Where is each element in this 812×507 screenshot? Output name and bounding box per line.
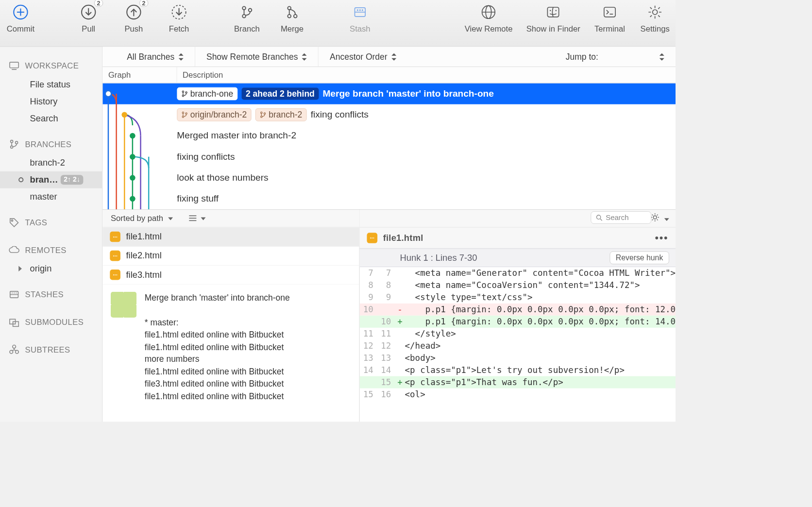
svg-point-68 (182, 112, 184, 113)
diff-options-button[interactable] (651, 213, 669, 223)
plus-circle-icon (12, 3, 30, 21)
diff-line[interactable]: 015+<p class="p1">That was fun.</p> (359, 376, 676, 389)
svg-line-75 (600, 219, 602, 220)
diff-line[interactable]: 1111 </style> (359, 328, 676, 340)
modified-file-icon: ··· (110, 251, 120, 261)
sidebar-section-submodules[interactable]: SUBMODULES (0, 312, 102, 332)
jump-to-dropdown[interactable]: Jump to: (555, 47, 676, 67)
chevron-down-icon (664, 218, 669, 221)
svg-line-33 (650, 7, 652, 9)
sidebar-section-branches[interactable]: BRANCHES (0, 134, 102, 154)
show-in-finder-button[interactable]: Show in Finder (526, 3, 580, 34)
commit-message: fixing conflicts (177, 151, 235, 162)
diff-line[interactable]: 010+ p.p1 {margin: 0.0px 0.0px 0.0px 0.0… (359, 316, 676, 328)
branch-chip-label: branch-one (190, 89, 233, 99)
diff-line[interactable]: 100- p.p1 {margin: 0.0px 0.0px 0.0px 0.0… (359, 304, 676, 316)
sidebar-branch-branch-2[interactable]: branch-2 (0, 154, 102, 171)
commit-message: Merged master into branch-2 (177, 130, 296, 141)
fetch-button[interactable]: Fetch (163, 3, 195, 34)
tag-icon (8, 217, 20, 229)
column-description[interactable]: Description (177, 70, 676, 80)
diff-line[interactable]: 1414<p class="p1">Let's try out subversi… (359, 364, 676, 376)
view-remote-button[interactable]: View Remote (465, 3, 513, 34)
svg-point-76 (654, 216, 657, 219)
gear-icon (646, 3, 664, 21)
filter-order-dropdown[interactable]: Ancestor Order (319, 47, 407, 67)
sidebar-item-search[interactable]: Search (0, 110, 102, 127)
sidebar-branch-current-label: bran… (30, 174, 58, 185)
diff-lines[interactable]: 77 <meta name="Generator" content="Cocoa… (359, 267, 676, 401)
branch-chip-label: origin/branch-2 (190, 110, 247, 119)
file-row[interactable]: ··· file2.html (102, 247, 359, 266)
svg-point-71 (261, 112, 262, 113)
svg-point-17 (359, 9, 361, 11)
diff-line[interactable]: 1313<body> (359, 352, 676, 364)
svg-line-83 (657, 215, 658, 216)
branch-icon (181, 111, 187, 118)
file-row[interactable]: ··· file1.html (102, 227, 359, 246)
sidebar-section-stashes[interactable]: STASHES (0, 285, 102, 305)
chevron-down-icon (201, 218, 206, 220)
commit-row[interactable]: branch-one 2 ahead 2 behind Merge branch… (102, 83, 676, 104)
commit-button[interactable]: Commit (5, 3, 36, 34)
sidebar-section-remotes[interactable]: REMOTES (0, 240, 102, 260)
list-layout-dropdown[interactable] (189, 214, 206, 223)
commit-details: Merge branch 'master' into branch-one * … (102, 285, 359, 410)
updown-icon (179, 53, 184, 60)
svg-point-50 (13, 345, 16, 349)
pull-label: Pull (82, 24, 95, 34)
sidebar-remotes-label: REMOTES (25, 245, 67, 254)
sidebar-branches-label: BRANCHES (25, 139, 72, 149)
reverse-hunk-button[interactable]: Reverse hunk (609, 252, 669, 265)
sidebar-item-history[interactable]: History (0, 93, 102, 110)
sidebar-item-file-status[interactable]: File status (0, 76, 102, 93)
sort-bar: Sorted by path (102, 210, 359, 228)
list-icon (189, 215, 196, 221)
diff-line[interactable]: 99 <style type="text/css"> (359, 291, 676, 304)
sidebar-section-subtrees[interactable]: SUBTREES (0, 339, 102, 360)
globe-icon (480, 3, 498, 21)
modified-file-icon: ··· (367, 233, 377, 243)
sidebar-remote-origin[interactable]: origin (0, 260, 102, 277)
stash-icon (351, 3, 369, 21)
svg-point-10 (242, 15, 246, 18)
branch-chip: branch-one (177, 87, 237, 100)
diff-line[interactable]: 77 <meta name="Generator" content="Cocoa… (359, 267, 676, 279)
svg-point-42 (11, 220, 13, 221)
pull-button[interactable]: 2 Pull (73, 3, 104, 34)
branch-icon (181, 90, 187, 97)
settings-button[interactable]: Settings (639, 3, 671, 34)
sidebar-branch-master[interactable]: master (0, 188, 102, 205)
search-input[interactable]: Search (591, 211, 651, 224)
merge-label: Merge (281, 24, 304, 34)
commit-row[interactable]: fixing conflicts (102, 146, 676, 167)
filter-branches-dropdown[interactable]: All Branches (116, 47, 195, 67)
svg-point-39 (11, 140, 13, 143)
push-badge: 2 (139, 0, 149, 7)
push-button[interactable]: 2 Push (118, 3, 150, 34)
sidebar-section-tags[interactable]: TAGS (0, 213, 102, 233)
stash-button[interactable]: Stash (344, 3, 376, 34)
sidebar-section-workspace[interactable]: WORKSPACE (0, 56, 102, 76)
svg-point-46 (16, 292, 17, 293)
branch-button[interactable]: Branch (231, 3, 263, 34)
svg-line-84 (652, 220, 653, 220)
terminal-button[interactable]: Terminal (594, 3, 626, 34)
file-row[interactable]: ··· file3.html (102, 266, 359, 285)
more-options-button[interactable]: ••• (655, 232, 668, 244)
diff-line[interactable]: 88 <meta name="CocoaVersion" content="13… (359, 279, 676, 291)
commit-row[interactable]: Merged master into branch-2 (102, 125, 676, 146)
svg-point-73 (264, 113, 265, 114)
commit-row[interactable]: look at those numbers (102, 167, 676, 188)
filter-remote-dropdown[interactable]: Show Remote Branches (195, 47, 319, 67)
commit-row[interactable]: fixing stuff (102, 188, 676, 209)
sidebar-branch-current[interactable]: bran… 2↑ 2↓ (0, 171, 102, 188)
sort-dropdown[interactable]: Sorted by path (111, 214, 173, 223)
merge-button[interactable]: Merge (276, 3, 308, 34)
file-name: file1.html (126, 232, 162, 242)
column-graph[interactable]: Graph (102, 67, 177, 83)
commit-row[interactable]: origin/branch-2 branch-2 fixing conflict… (102, 104, 676, 125)
diff-line[interactable]: 1516<ol> (359, 389, 676, 401)
files-panel: Sorted by path ··· file1.html (102, 210, 359, 422)
diff-line[interactable]: 1212</head> (359, 340, 676, 352)
